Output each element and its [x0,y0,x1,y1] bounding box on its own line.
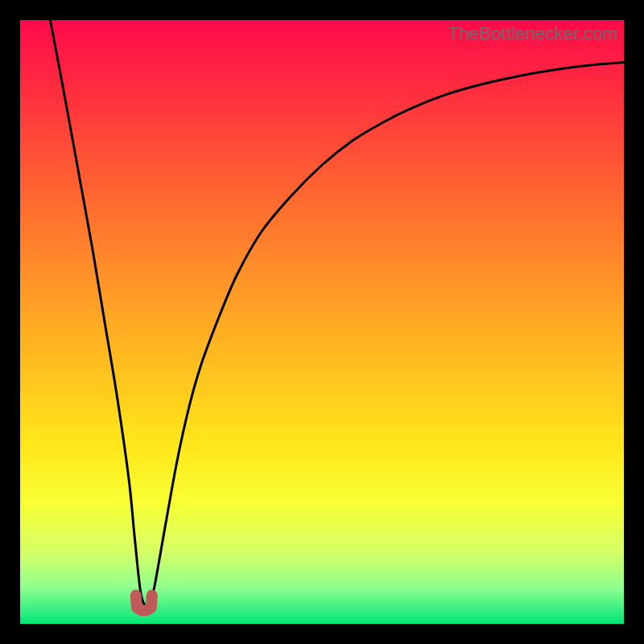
gradient-background [20,20,624,624]
watermark-text: TheBottlenecker.com [448,23,617,44]
plot-svg [20,20,624,624]
plot-frame: TheBottlenecker.com [20,20,624,624]
